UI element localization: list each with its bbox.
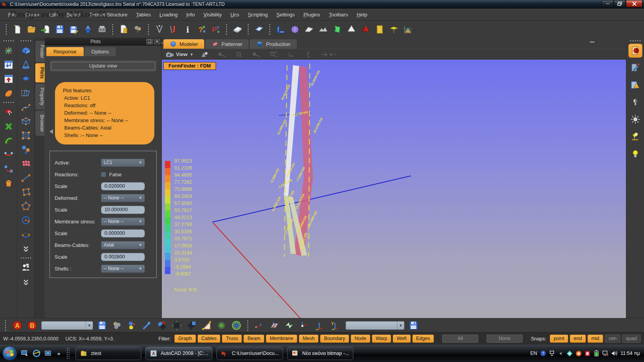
window-switcher-icon[interactable] bbox=[44, 349, 53, 358]
cone-outline-icon[interactable] bbox=[20, 59, 32, 71]
pentagon-nodes-icon[interactable] bbox=[20, 200, 32, 212]
tab-options[interactable]: Options bbox=[84, 47, 116, 56]
arrow-blue-icon[interactable] bbox=[141, 320, 153, 331]
display-switch-icon[interactable] bbox=[549, 350, 555, 357]
active-select[interactable]: LC1▼ bbox=[101, 159, 145, 167]
save-icon[interactable] bbox=[96, 320, 108, 331]
help-tray-icon[interactable]: ? bbox=[540, 350, 546, 357]
cone-white-icon[interactable] bbox=[346, 24, 357, 35]
menu-tensile-structure[interactable]: Tensile Structure bbox=[85, 12, 132, 18]
compass-icon[interactable] bbox=[154, 24, 165, 35]
y-axis-icon[interactable]: Y bbox=[328, 320, 340, 331]
close-button[interactable] bbox=[626, 0, 642, 7]
clock[interactable]: 11:54 πμ bbox=[620, 351, 640, 356]
import-win-icon[interactable] bbox=[3, 59, 15, 71]
menu-settings[interactable]: Settings bbox=[272, 12, 299, 18]
lamp-small-icon[interactable] bbox=[629, 96, 641, 108]
menu-tables[interactable]: Tables bbox=[132, 12, 155, 18]
square-nodes-icon[interactable] bbox=[20, 186, 32, 198]
primitives-icon[interactable] bbox=[20, 144, 32, 155]
save-icon[interactable] bbox=[408, 320, 419, 331]
arc-smile-icon[interactable] bbox=[3, 149, 15, 161]
umbrella-yellow-icon[interactable] bbox=[388, 24, 400, 35]
membrane-green-icon[interactable] bbox=[331, 24, 343, 35]
messenger-tray-icon[interactable] bbox=[566, 350, 573, 357]
mesh-purple-icon[interactable] bbox=[289, 24, 301, 35]
taskbar-task[interactable]: Νέα εικόνα bitmap -... bbox=[287, 347, 353, 360]
rings-green-icon[interactable] bbox=[231, 320, 242, 331]
filter-truss-button[interactable]: Truss bbox=[222, 335, 242, 343]
visual-style-icon[interactable] bbox=[199, 49, 210, 60]
language-indicator[interactable]: EN bbox=[531, 351, 537, 356]
pyramid-panel-icon[interactable] bbox=[629, 79, 641, 91]
filter-cables-button[interactable]: Cables bbox=[198, 335, 221, 343]
menu-info[interactable]: Info bbox=[182, 12, 199, 18]
menu-file[interactable]: File bbox=[4, 12, 21, 18]
axis-red-icon[interactable] bbox=[254, 320, 265, 331]
diamond-plane-icon[interactable] bbox=[20, 73, 32, 85]
help-orange-icon[interactable]: ? bbox=[196, 24, 208, 35]
filter-graph-button[interactable]: Graph bbox=[174, 335, 196, 343]
a-badge-icon[interactable]: A bbox=[11, 320, 23, 331]
ucs-icon[interactable] bbox=[285, 49, 297, 60]
zoom-extents-icon[interactable] bbox=[268, 49, 280, 60]
export-down-icon[interactable] bbox=[82, 24, 94, 35]
balloon-icon[interactable] bbox=[132, 24, 144, 35]
taskbar-task[interactable]: AAutoCAD 2008 - [C:... bbox=[145, 347, 212, 360]
toolbar-drag-handle[interactable] bbox=[4, 320, 7, 331]
circle-nodes-icon[interactable] bbox=[20, 214, 32, 226]
filter-warp-button[interactable]: Warp bbox=[372, 335, 391, 343]
viewport-canvas[interactable]: FormFinder : FDM 97.952391.210984.469577… bbox=[162, 60, 626, 318]
toolbar-drag-handle[interactable] bbox=[629, 40, 641, 42]
scale-input[interactable]: 10.000000 bbox=[101, 206, 145, 214]
fan-green-icon[interactable] bbox=[3, 135, 15, 146]
open-folder-icon[interactable] bbox=[26, 24, 37, 35]
filter-beam-button[interactable]: Beam bbox=[243, 335, 264, 343]
starburst-icon[interactable] bbox=[3, 45, 15, 57]
toolbar-drag-handle[interactable] bbox=[5, 24, 8, 35]
membrane-white-icon[interactable] bbox=[303, 24, 315, 35]
save-icon[interactable] bbox=[54, 24, 66, 35]
chevron-down-icon[interactable]: ▼ bbox=[86, 322, 93, 329]
panel-gold-icon[interactable] bbox=[374, 24, 386, 35]
filter-weft-button[interactable]: Weft bbox=[393, 335, 410, 343]
plot-chart-icon[interactable] bbox=[402, 24, 414, 35]
float-panel-icon[interactable]: ❏ bbox=[146, 39, 153, 44]
shell-orange-icon[interactable] bbox=[3, 87, 15, 99]
xyz-axis-icon[interactable] bbox=[313, 320, 325, 331]
start-button[interactable] bbox=[2, 346, 17, 361]
minimize-button[interactable] bbox=[602, 0, 613, 7]
zoom-in-icon[interactable] bbox=[233, 49, 245, 60]
gear-red-blue-icon[interactable] bbox=[156, 320, 168, 331]
show-desktop-icon[interactable] bbox=[20, 349, 29, 358]
zoom-out-icon[interactable] bbox=[251, 49, 262, 60]
select-plane-icon[interactable] bbox=[20, 87, 32, 99]
bucket-icon[interactable] bbox=[3, 177, 15, 189]
update-view-button[interactable]: Update view bbox=[50, 61, 156, 71]
filter-node-button[interactable]: Node bbox=[351, 335, 370, 343]
maximize-button[interactable] bbox=[614, 0, 626, 7]
arc-nodes-icon[interactable] bbox=[20, 229, 32, 240]
close-panel-icon[interactable]: ✕ bbox=[154, 39, 160, 44]
snap-end-button[interactable]: end bbox=[570, 335, 586, 343]
people-icon[interactable] bbox=[20, 262, 32, 274]
toolbar-drag-handle[interactable] bbox=[3, 40, 15, 42]
fold-plane-icon[interactable] bbox=[284, 320, 295, 331]
gear-blue-icon[interactable] bbox=[186, 320, 198, 331]
machine-gray-icon[interactable] bbox=[96, 24, 108, 35]
menu-visibility[interactable]: Visibility bbox=[199, 12, 226, 18]
chevrons-down-icon[interactable] bbox=[20, 276, 32, 288]
zoom-window-icon[interactable] bbox=[216, 49, 228, 60]
reactions-checkbox[interactable] bbox=[101, 172, 106, 177]
scale-input[interactable]: 0.000000 bbox=[101, 229, 145, 238]
export-win-icon[interactable] bbox=[3, 73, 15, 85]
spheres-color-icon[interactable] bbox=[126, 320, 138, 331]
filter-boundary-button[interactable]: Boundary bbox=[320, 335, 349, 343]
taskbar-task[interactable]: ztest bbox=[75, 347, 141, 360]
line-nodes-icon[interactable] bbox=[20, 172, 32, 184]
x-green-icon[interactable] bbox=[3, 121, 15, 132]
internet-explorer-icon[interactable] bbox=[32, 349, 41, 358]
book-icon[interactable] bbox=[232, 24, 243, 35]
sun-icon[interactable] bbox=[629, 113, 641, 125]
spheres-gray-icon[interactable] bbox=[111, 320, 123, 331]
